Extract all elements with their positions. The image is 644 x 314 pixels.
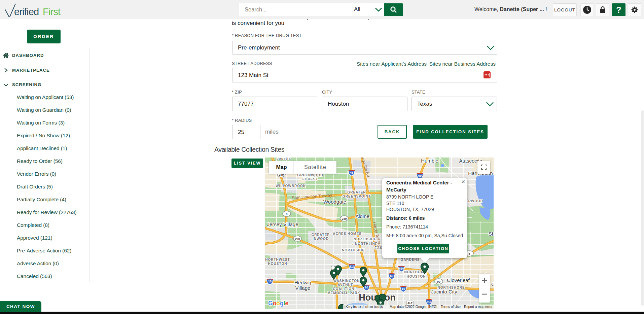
svg-text:NORTHSIDE: NORTHSIDE — [342, 248, 365, 252]
svg-text:ACRES HOMES: ACRES HOMES — [333, 232, 361, 236]
svg-text:69: 69 — [390, 274, 393, 278]
svg-text:610: 610 — [427, 300, 432, 304]
svg-text:Cloverleaf: Cloverleaf — [447, 277, 470, 283]
svg-text:Cl: Cl — [491, 281, 494, 287]
svg-text:HOUSTON: HOUSTON — [268, 262, 287, 266]
svg-text:10: 10 — [268, 280, 272, 283]
svg-text:NORTHWEST: NORTHWEST — [265, 258, 290, 261]
svg-text:NORTHSIDE: NORTHSIDE — [354, 237, 377, 241]
svg-text:Humble: Humble — [421, 158, 438, 164]
svg-text:GARDENS: GARDENS — [400, 258, 420, 261]
svg-text:Terms of Use: Terms of Use — [441, 305, 461, 309]
svg-text:MEMORIAL PARK: MEMORIAL PARK — [327, 291, 360, 295]
svg-text:FOREST: FOREST — [302, 177, 318, 181]
svg-text:She: She — [489, 231, 494, 237]
svg-text:Jersey Village: Jersey Village — [267, 221, 298, 227]
svg-text:8: 8 — [286, 212, 288, 216]
svg-text:Jacinto City: Jacinto City — [431, 289, 457, 294]
svg-text:First: First — [43, 6, 61, 17]
svg-text:AVENUE: AVENUE — [338, 283, 354, 287]
svg-text:Google: Google — [268, 300, 289, 307]
svg-text:610: 610 — [399, 267, 404, 270]
svg-text:Louetta: Louetta — [276, 158, 291, 161]
svg-text:249: 249 — [342, 217, 347, 220]
svg-text:45: 45 — [350, 171, 353, 174]
svg-text:/ NORTHLINE: / NORTHLINE — [353, 242, 378, 246]
svg-text:WASHINGTON: WASHINGTON — [333, 279, 360, 283]
svg-text:Keyboard shortcuts: Keyboard shortcuts — [346, 305, 383, 309]
svg-text:10: 10 — [365, 286, 368, 289]
svg-text:290: 290 — [295, 237, 300, 241]
svg-text:GREATER: GREATER — [347, 190, 366, 194]
svg-text:Village: Village — [295, 285, 311, 291]
svg-text:Hedwig: Hedwig — [294, 280, 311, 285]
svg-text:10: 10 — [402, 287, 405, 290]
svg-text:COALITION /: COALITION / — [333, 287, 357, 291]
svg-text:ALT: ALT — [407, 302, 413, 305]
svg-text:HOUSTON: HOUSTON — [407, 275, 426, 278]
svg-text:ERWOOD: ERWOOD — [466, 199, 483, 203]
svg-text:GREATER: GREATER — [311, 233, 330, 237]
svg-text:Aldine: Aldine — [355, 213, 369, 219]
svg-text:GREENSPOINT: GREENSPOINT — [343, 195, 371, 198]
svg-text:610: 610 — [350, 265, 355, 268]
svg-text:INWOOD: INWOOD — [313, 237, 329, 241]
svg-text:erified: erified — [14, 6, 39, 17]
svg-text:69: 69 — [418, 174, 422, 177]
svg-text:Report a map error: Report a map error — [464, 305, 493, 309]
svg-text:8: 8 — [469, 252, 470, 255]
svg-text:Map data ©2022 Google, INEGI: Map data ©2022 Google, INEGI — [390, 305, 437, 309]
svg-text:90: 90 — [437, 280, 440, 283]
svg-text:GREENWOOD: GREENWOOD — [297, 173, 323, 177]
svg-text:Woodgate: Woodgate — [323, 199, 346, 205]
svg-text:WILLOWBROOK: WILLOWBROOK — [276, 184, 306, 188]
